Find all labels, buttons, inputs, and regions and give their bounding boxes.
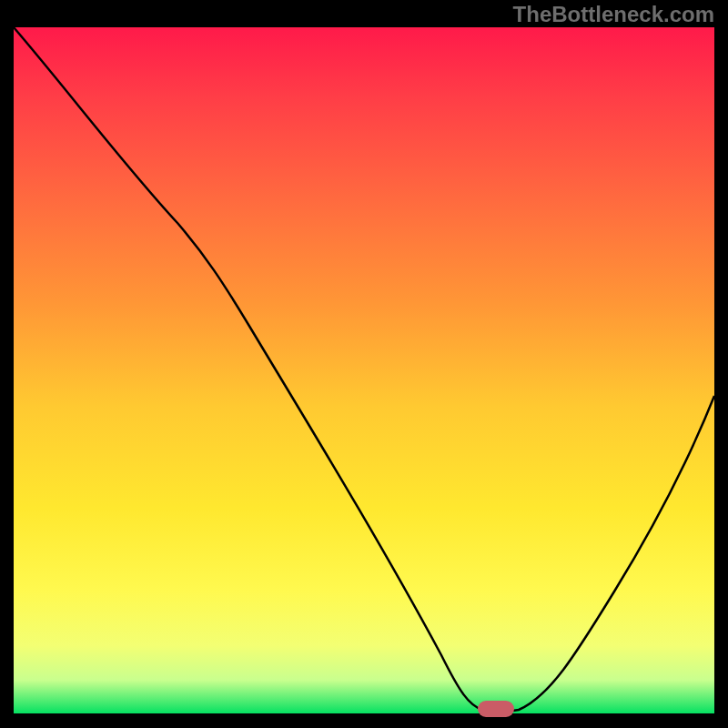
curve-path: [14, 27, 714, 712]
watermark-text: TheBottleneck.com: [513, 2, 714, 27]
plot-area: [14, 27, 714, 714]
optimal-point-marker: [478, 701, 514, 717]
bottleneck-curve: [14, 27, 714, 714]
chart-frame: TheBottleneck.com: [0, 0, 728, 728]
marker-pill: [478, 701, 514, 717]
